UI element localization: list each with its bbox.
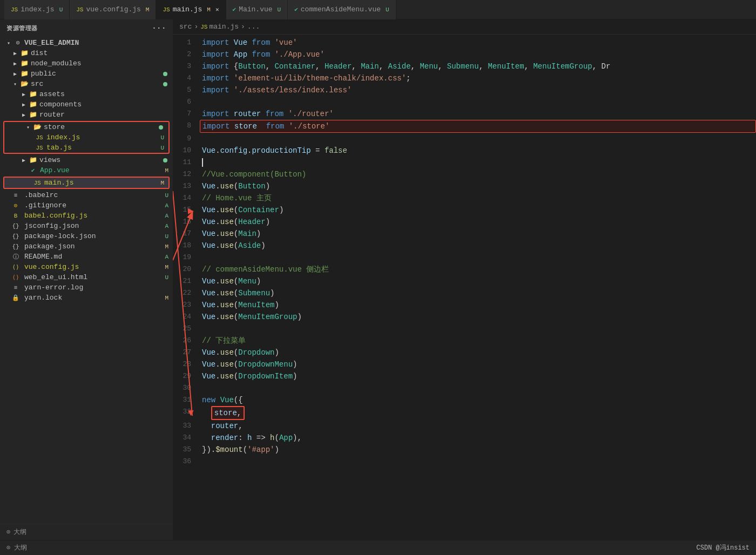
main-js-red-box: JS main.js M <box>3 177 170 189</box>
tree-item-jsconfig[interactable]: {} jsconfig.json A <box>0 221 173 231</box>
code-line-18: 18 Vue.use(Aside) <box>173 240 756 252</box>
code-line-33: 33 router, <box>173 420 756 432</box>
outline-icon: ⊙ <box>6 528 10 536</box>
code-line-22: 22 Vue.use(Submenu) <box>173 287 756 299</box>
tab-main-js[interactable]: JS main.js M ✕ <box>156 0 226 19</box>
tab-close-button[interactable]: ✕ <box>215 6 219 13</box>
tree-item-babelrc[interactable]: ≡ .babelrc U <box>0 190 173 200</box>
code-text: import store from './store' <box>200 120 756 133</box>
file-badge: A <box>165 223 168 229</box>
tab-label: vue.config.js <box>86 5 140 13</box>
tree-item-store-index[interactable]: JS index.js U <box>4 132 168 143</box>
tree-item-store-tab[interactable]: JS tab.js U <box>4 143 168 153</box>
sidebar-outline[interactable]: ⊙ 大纲 <box>0 524 173 540</box>
tab-badge: U <box>386 6 389 13</box>
line-num: 31 <box>173 394 200 406</box>
line-num: 6 <box>173 96 200 108</box>
code-text <box>200 96 756 108</box>
tree-arrow: ▾ <box>4 40 13 46</box>
code-line-29: 29 Vue.use(DropdownItem) <box>173 370 756 382</box>
tree-arrow: ▶ <box>19 91 28 98</box>
item-label: yarn-error.log <box>24 283 173 292</box>
tab-label: index.js <box>21 5 54 13</box>
item-label: babel.config.js <box>24 212 165 220</box>
file-badge: U <box>165 192 168 199</box>
tree-item-public[interactable]: ▶ 📁 public <box>0 69 173 79</box>
item-label: index.js <box>46 133 160 141</box>
folder-icon: 📁 <box>19 59 29 67</box>
tree-item-web-ele[interactable]: ⟨⟩ web_ele_ui.html U <box>0 272 173 282</box>
tree-item-store[interactable]: ▾ 📂 store <box>4 122 168 132</box>
sidebar-header: 资源管理器 ··· <box>0 19 173 37</box>
line-num: 10 <box>173 145 200 157</box>
file-badge: A <box>165 202 168 209</box>
js-icon: JS <box>11 6 18 13</box>
file-badge: M <box>165 295 168 301</box>
tree-item-dist[interactable]: ▶ 📁 dist <box>0 48 173 58</box>
tree-item-gitignore[interactable]: ⊙ .gitignore A <box>0 200 173 211</box>
folder-icon: 📁 <box>19 70 29 78</box>
tree-item-package[interactable]: {} package.json M <box>0 241 173 252</box>
tab-badge: U <box>278 6 281 13</box>
code-editor[interactable]: 1 import Vue from 'vue' 2 import App fro… <box>173 35 756 540</box>
line-num: 8 <box>173 120 200 132</box>
tree-item-views[interactable]: ▶ 📁 views <box>0 155 173 165</box>
tree-arrow: ▾ <box>24 124 32 131</box>
tab-commen-aside[interactable]: ✔ commenAsideMenu.vue U <box>288 0 396 19</box>
editor-area: src › JS main.js › ... 1 import Vue from… <box>173 19 756 540</box>
breadcrumb: src › JS main.js › ... <box>173 19 756 35</box>
code-text: router, <box>200 420 756 432</box>
code-line-35: 35 }).$mount('#app') <box>173 444 756 456</box>
item-label: dist <box>31 49 173 57</box>
tab-badge: M <box>146 6 150 13</box>
tree-item-node-modules[interactable]: ▶ 📁 node_modules <box>0 58 173 69</box>
tree-item-src[interactable]: ▾ 📂 src <box>0 79 173 89</box>
js-icon: JS <box>163 6 170 13</box>
tree-item-yarn-lock[interactable]: 🔒 yarn.lock M <box>0 293 173 303</box>
item-label: node_modules <box>31 59 173 67</box>
code-text <box>200 456 756 468</box>
outline-bottom[interactable]: ⊙ 大纲 <box>6 543 27 552</box>
file-badge: M <box>165 264 168 270</box>
item-label: yarn.lock <box>24 294 165 302</box>
code-line-11: 11 <box>173 157 756 168</box>
vue-icon: ✔ <box>294 6 298 13</box>
js-file-icon: ⟨⟩ <box>11 263 21 270</box>
tree-item-readme[interactable]: ⓘ README.md A <box>0 252 173 262</box>
item-label: package-lock.json <box>24 232 165 240</box>
line-num: 1 <box>173 37 200 49</box>
status-dot <box>163 82 167 86</box>
line-num: 24 <box>173 311 200 323</box>
line-num: 27 <box>173 347 200 358</box>
code-line-4: 4 import 'element-ui/lib/theme-chalk/ind… <box>173 72 756 84</box>
line-num: 2 <box>173 49 200 60</box>
tree-item-router[interactable]: ▶ 📁 router <box>0 110 173 120</box>
file-icon: ≡ <box>11 192 21 199</box>
tree-item-vue-config[interactable]: ⟨⟩ vue.config.js M <box>0 262 173 272</box>
item-label: store <box>44 123 159 131</box>
line-num: 25 <box>173 323 200 335</box>
tree-item-app-vue[interactable]: ✔ App.vue M <box>0 165 173 175</box>
tab-main-vue[interactable]: ✔ Main.vue U <box>226 0 288 19</box>
tab-badge: U <box>59 6 63 13</box>
tab-vue-config[interactable]: JS vue.config.js M <box>70 0 156 19</box>
breadcrumb-js-icon: JS <box>200 24 207 30</box>
tree-item-package-lock[interactable]: {} package-lock.json U <box>0 231 173 241</box>
code-text: import Vue from 'vue' <box>200 37 756 49</box>
tree-item-yarn-error[interactable]: ≡ yarn-error.log <box>0 282 173 293</box>
tree-item-components[interactable]: ▶ 📁 components <box>0 99 173 110</box>
breadcrumb-sep2: › <box>241 23 245 31</box>
tree-item-assets[interactable]: ▶ 📁 assets <box>0 89 173 99</box>
store-highlight: store, <box>211 406 245 420</box>
tree-root[interactable]: ▾ ⊙ VUE_ELE_ADMIN <box>0 38 173 48</box>
more-icon[interactable]: ··· <box>152 24 166 32</box>
tab-index-js[interactable]: JS index.js U <box>4 0 70 19</box>
line-num: 5 <box>173 84 200 96</box>
code-line-9: 9 <box>173 133 756 145</box>
code-line-12: 12 //Vue.component(Button) <box>173 168 756 180</box>
tree-item-main-js[interactable]: JS main.js M <box>4 178 168 188</box>
code-line-20: 20 // commenAsideMenu.vue 侧边栏 <box>173 263 756 275</box>
tab-badge: M <box>207 6 211 13</box>
tree-item-babel-config[interactable]: B babel.config.js A <box>0 211 173 221</box>
breadcrumb-file: main.js <box>209 23 239 31</box>
